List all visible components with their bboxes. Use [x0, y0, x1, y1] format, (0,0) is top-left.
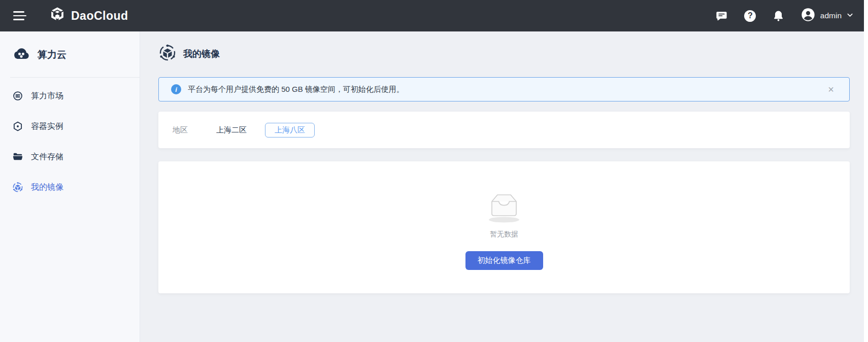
brand-name: DaoCloud	[71, 9, 128, 23]
sidebar-item-compute-market[interactable]: 算力市场	[0, 81, 140, 111]
compute-cloud-icon	[12, 45, 30, 65]
sidebar-brand: 算力云	[0, 45, 140, 65]
chevron-down-icon	[846, 11, 854, 21]
info-icon: i	[171, 84, 181, 94]
sidebar-divider	[10, 77, 140, 78]
topbar-actions: ? admin	[715, 7, 854, 24]
daocloud-cube-icon	[49, 6, 66, 25]
sidebar: 算力云 算力市场 容器实例	[0, 31, 140, 342]
info-banner-text: 平台为每个用户提供免费的 50 GB 镜像空间，可初始化后使用。	[188, 85, 828, 94]
user-menu[interactable]: admin	[800, 7, 854, 24]
info-banner: i 平台为每个用户提供免费的 50 GB 镜像空间，可初始化后使用。 ×	[158, 77, 850, 101]
page-title: 我的镜像	[183, 48, 220, 60]
region-label: 地区	[173, 125, 202, 135]
help-icon[interactable]: ?	[744, 9, 757, 22]
image-cube-icon	[12, 182, 23, 193]
sidebar-item-label: 算力市场	[31, 91, 63, 101]
folder-icon	[12, 151, 23, 162]
market-icon	[12, 90, 23, 101]
init-image-repo-button[interactable]: 初始化镜像仓库	[465, 251, 543, 270]
avatar	[800, 7, 816, 24]
sidebar-item-my-images[interactable]: 我的镜像	[0, 172, 140, 202]
page-header: 我的镜像	[158, 44, 850, 64]
top-bar: DaoCloud ?	[0, 0, 868, 31]
page-title-cube-icon	[158, 44, 177, 64]
sidebar-item-container-instances[interactable]: 容器实例	[0, 111, 140, 142]
empty-state-text: 暂无数据	[490, 230, 518, 239]
sidebar-item-file-storage[interactable]: 文件存储	[0, 142, 140, 172]
image-list-empty-state: 暂无数据 初始化镜像仓库	[158, 161, 850, 293]
region-options: 上海二区 上海八区	[211, 123, 315, 138]
region-option-shanghai-8[interactable]: 上海八区	[265, 123, 315, 138]
sidebar-item-label: 文件存储	[31, 152, 63, 162]
sidebar-item-label: 容器实例	[31, 121, 63, 132]
message-icon[interactable]	[715, 9, 728, 22]
main-content: 我的镜像 i 平台为每个用户提供免费的 50 GB 镜像空间，可初始化后使用。 …	[140, 31, 868, 342]
close-icon[interactable]: ×	[828, 84, 834, 94]
brand-logo[interactable]: DaoCloud	[49, 6, 128, 25]
page-scrollbar[interactable]	[864, 0, 868, 342]
sidebar-brand-label: 算力云	[38, 48, 66, 61]
container-hexagon-icon	[12, 121, 23, 132]
username: admin	[820, 11, 842, 20]
notification-bell-icon[interactable]	[772, 9, 785, 22]
region-filter-card: 地区 上海二区 上海八区	[158, 112, 850, 148]
empty-inbox-icon	[480, 185, 528, 227]
sidebar-item-label: 我的镜像	[31, 182, 63, 193]
region-option-shanghai-2[interactable]: 上海二区	[211, 123, 252, 138]
menu-toggle-icon[interactable]	[13, 11, 26, 20]
